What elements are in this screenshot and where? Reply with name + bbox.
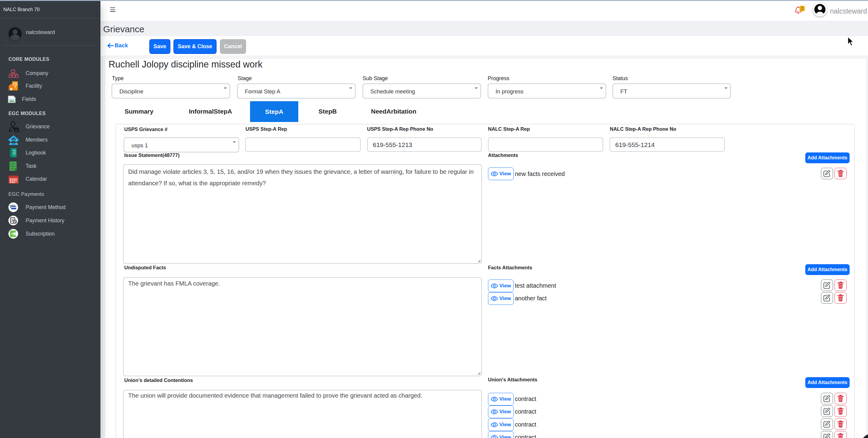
svg-text:2: 2 (801, 6, 803, 11)
svg-text:$: $ (14, 220, 16, 223)
